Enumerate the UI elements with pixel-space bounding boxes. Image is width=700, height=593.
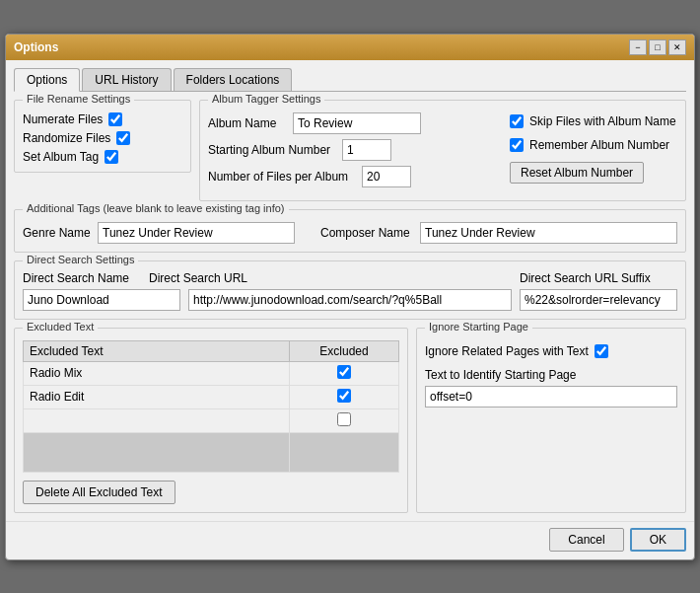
- minimize-button[interactable]: −: [629, 39, 647, 55]
- excluded-text-section: Excluded Text Excluded Text Excluded Rad…: [14, 328, 408, 513]
- excluded-checkbox-cell[interactable]: [290, 361, 399, 385]
- file-rename-section: File Rename Settings Numerate Files Rand…: [14, 100, 191, 173]
- ignore-section: Ignore Starting Page Ignore Related Page…: [416, 328, 686, 513]
- numerate-files-checkbox[interactable]: [108, 112, 122, 126]
- numerate-files-label: Numerate Files: [23, 112, 103, 126]
- tab-folders-locations[interactable]: Folders Locations: [174, 68, 293, 91]
- tab-url-history[interactable]: URL History: [82, 68, 171, 91]
- ignore-related-label: Ignore Related Pages with Text: [425, 344, 589, 358]
- album-tagger-label: Album Tagger Settings: [208, 93, 324, 105]
- direct-search-suffix-col: Direct Search URL Suffix: [520, 271, 677, 285]
- excluded-row1-checkbox[interactable]: [337, 365, 351, 379]
- tab-bar: Options URL History Folders Locations: [14, 68, 686, 92]
- ignore-related-checkbox[interactable]: [595, 344, 608, 358]
- additional-tags-label: Additional Tags (leave blank to leave ex…: [23, 202, 289, 214]
- excluded-text-label: Excluded Text: [23, 321, 98, 333]
- excluded-row2-checkbox[interactable]: [337, 389, 351, 403]
- excluded-col-header: Excluded: [290, 340, 399, 361]
- options-window: Options − □ ✕ Options URL History Folder…: [5, 34, 695, 560]
- table-row: Radio Edit: [24, 385, 399, 408]
- files-per-album-input[interactable]: [362, 166, 411, 187]
- direct-search-name-input[interactable]: [23, 289, 180, 311]
- direct-search-url-input[interactable]: [188, 289, 512, 311]
- delete-excluded-button[interactable]: Delete All Excluded Text: [23, 481, 175, 504]
- cancel-button[interactable]: Cancel: [549, 528, 623, 552]
- composer-name-label: Composer Name: [320, 226, 414, 240]
- excluded-text-cell: [24, 408, 290, 432]
- starting-number-label: Starting Album Number: [208, 143, 336, 157]
- set-album-tag-label: Set Album Tag: [23, 150, 99, 164]
- direct-search-url-col: Direct Search URL: [149, 271, 512, 285]
- footer: Cancel OK: [6, 521, 694, 559]
- excluded-table: Excluded Text Excluded Radio Mix Radio E…: [23, 340, 399, 473]
- file-rename-label: File Rename Settings: [23, 93, 134, 105]
- excluded-text-cell: Radio Edit: [24, 385, 290, 408]
- ignore-section-label: Ignore Starting Page: [425, 321, 532, 333]
- table-row: [24, 408, 399, 432]
- direct-search-label: Direct Search Settings: [23, 254, 138, 265]
- reset-album-button[interactable]: Reset Album Number: [510, 162, 644, 184]
- direct-search-section: Direct Search Settings Direct Search Nam…: [14, 260, 686, 320]
- starting-number-input[interactable]: [342, 139, 391, 161]
- randomize-files-checkbox[interactable]: [116, 131, 130, 145]
- excluded-text-col-header: Excluded Text: [24, 340, 290, 361]
- table-empty-row: [24, 432, 399, 472]
- composer-name-input[interactable]: [420, 222, 677, 244]
- skip-files-label: Skip Files with Album Name: [529, 114, 676, 128]
- files-per-album-label: Number of Files per Album: [208, 170, 356, 184]
- maximize-button[interactable]: □: [649, 39, 666, 55]
- tab-options[interactable]: Options: [14, 68, 80, 92]
- randomize-files-label: Randomize Files: [23, 131, 110, 145]
- excluded-text-cell: Radio Mix: [24, 361, 290, 385]
- excluded-row3-checkbox[interactable]: [337, 412, 351, 426]
- set-album-tag-checkbox[interactable]: [105, 150, 118, 164]
- skip-files-checkbox[interactable]: [510, 114, 524, 128]
- remember-album-checkbox[interactable]: [510, 138, 524, 152]
- direct-search-suffix-input[interactable]: [520, 289, 677, 311]
- album-name-label: Album Name: [208, 116, 287, 130]
- remember-album-label: Remember Album Number: [529, 138, 669, 152]
- window-title: Options: [14, 40, 58, 54]
- album-tagger-section: Album Tagger Settings Album Name Startin…: [199, 100, 686, 201]
- starting-page-input[interactable]: [425, 386, 677, 408]
- genre-name-input[interactable]: [98, 222, 295, 244]
- window-content: Options URL History Folders Locations Fi…: [6, 60, 694, 521]
- starting-page-label: Text to Identify Starting Page: [425, 368, 576, 382]
- direct-search-name-col: Direct Search Name: [23, 271, 141, 285]
- ok-button[interactable]: OK: [630, 528, 686, 552]
- close-button[interactable]: ✕: [668, 39, 686, 55]
- album-name-input[interactable]: [293, 112, 421, 134]
- title-bar-buttons: − □ ✕: [629, 39, 686, 55]
- additional-tags-section: Additional Tags (leave blank to leave ex…: [14, 209, 686, 253]
- genre-name-label: Genre Name: [23, 226, 92, 240]
- table-row: Radio Mix: [24, 361, 399, 385]
- title-bar: Options − □ ✕: [6, 35, 694, 60]
- excluded-checkbox-cell[interactable]: [290, 385, 399, 408]
- excluded-checkbox-cell[interactable]: [290, 408, 399, 432]
